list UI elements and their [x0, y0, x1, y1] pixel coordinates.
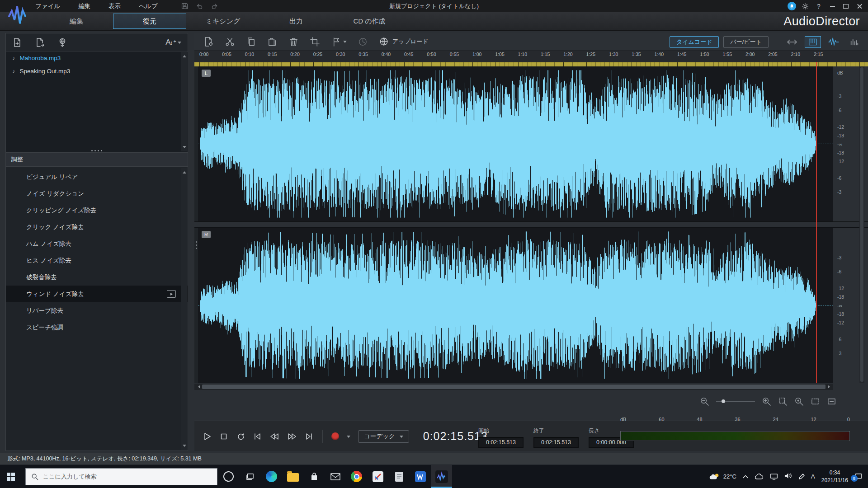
undo-button[interactable]	[196, 2, 203, 10]
adjust-tool-item[interactable]: 破裂音除去	[6, 269, 188, 286]
fit-all-button[interactable]	[827, 397, 836, 406]
scroll-up-icon[interactable]	[183, 169, 186, 174]
fit-selection-button[interactable]	[811, 397, 820, 406]
scroll-right-icon[interactable]	[826, 385, 833, 389]
scrollbar-thumb[interactable]	[202, 385, 826, 389]
scroll-left-icon[interactable]	[194, 385, 202, 389]
explorer-app-button[interactable]	[282, 465, 303, 488]
vertical-scrollbar[interactable]	[859, 66, 864, 383]
clock-widget[interactable]: 0:34 2021/11/16	[821, 469, 848, 483]
copy-button[interactable]	[246, 37, 256, 47]
taskview-button[interactable]	[239, 465, 261, 488]
library-scrollbar[interactable]	[181, 52, 187, 151]
save-button[interactable]	[181, 2, 189, 10]
adjust-tool-item[interactable]: ウィンド ノイズ除去	[6, 286, 188, 302]
time-field[interactable]: 0:02:15.513	[478, 437, 524, 448]
zoom-reset-button[interactable]	[794, 397, 804, 406]
zoom-out-button[interactable]	[700, 397, 709, 406]
loop-button[interactable]	[236, 432, 245, 441]
import-media-button[interactable]	[12, 38, 22, 47]
spectral-view-button[interactable]	[846, 36, 863, 48]
marker-button[interactable]	[331, 37, 347, 47]
zoom-selection-button[interactable]	[778, 397, 788, 406]
weather-widget[interactable]: 22°C	[709, 473, 736, 481]
paste-button[interactable]	[267, 37, 278, 47]
maximize-button[interactable]	[839, 0, 853, 12]
menu-item[interactable]: ファイル	[35, 2, 60, 10]
notification-center-button[interactable]: 8	[854, 473, 863, 480]
mode-tab[interactable]: 編集	[40, 12, 113, 30]
codec-button[interactable]: コーデック	[358, 430, 409, 443]
edge-app-button[interactable]	[261, 465, 282, 488]
ruler-tick-band[interactable]	[194, 62, 868, 66]
notification-bell-icon[interactable]	[785, 0, 798, 12]
history-button[interactable]	[358, 37, 368, 47]
waveform-view-button[interactable]	[826, 36, 842, 48]
adjust-tool-item[interactable]: ハム ノイズ除去	[6, 235, 188, 252]
adjust-tool-item[interactable]: リバーブ除去	[6, 302, 188, 319]
timeline-ruler[interactable]: 0:000:050:100:150:200:250:300:350:400:45…	[194, 51, 868, 66]
record-button[interactable]	[331, 432, 339, 440]
menu-item[interactable]: 編集	[78, 2, 90, 10]
record-dropdown-icon[interactable]	[347, 436, 350, 440]
word-app-button[interactable]	[410, 465, 431, 488]
adjust-tool-item[interactable]: スピーチ強調	[6, 319, 188, 336]
horizontal-scrollbar[interactable]	[194, 384, 833, 390]
chrome-app-button[interactable]	[346, 465, 367, 488]
mode-tab[interactable]: CD の作成	[333, 12, 406, 30]
time-field[interactable]: 0:02:15.513	[533, 437, 579, 448]
adjust-scrollbar[interactable]	[181, 168, 187, 450]
settings-gear-icon[interactable]	[798, 0, 812, 12]
trim-button[interactable]	[310, 37, 320, 47]
start-button[interactable]	[0, 465, 22, 488]
menu-item[interactable]: 表示	[108, 2, 121, 10]
tray-expand-button[interactable]	[743, 475, 748, 479]
redo-button[interactable]	[211, 2, 218, 10]
waveform-canvas-left[interactable]	[198, 66, 833, 221]
file-item[interactable]: Mahoroba.mp3	[6, 52, 188, 65]
barbeat-toggle[interactable]: バー/ビート	[723, 36, 769, 48]
mode-tab[interactable]: 出力	[259, 12, 333, 30]
delete-button[interactable]	[288, 37, 299, 47]
adjust-tool-item[interactable]: クリック ノイズ除去	[6, 219, 188, 235]
scroll-down-icon[interactable]	[183, 445, 186, 449]
rewind-button[interactable]	[269, 432, 279, 441]
chevron-down-icon[interactable]	[343, 41, 347, 45]
minimize-button[interactable]	[826, 0, 839, 12]
audiodirector-app-button[interactable]	[431, 465, 452, 488]
scroll-up-icon[interactable]	[183, 53, 186, 57]
onedrive-icon[interactable]	[755, 474, 764, 480]
timecode-toggle[interactable]: タイムコード	[670, 36, 719, 48]
mode-tab[interactable]: ミキシング	[186, 12, 259, 30]
cortana-button[interactable]	[217, 465, 239, 488]
volume-icon[interactable]	[784, 473, 792, 481]
display-icon[interactable]	[770, 473, 778, 480]
store-app-button[interactable]	[303, 465, 325, 488]
text-size-button[interactable]: A	[165, 38, 181, 47]
go-start-button[interactable]	[253, 432, 262, 441]
playhead-line[interactable]	[816, 62, 817, 383]
waveform-canvas-right[interactable]	[198, 228, 833, 383]
zoom-slider-knob[interactable]	[722, 399, 725, 403]
pen-icon[interactable]	[798, 474, 805, 480]
cut-button[interactable]	[225, 37, 235, 47]
play-button[interactable]	[203, 432, 212, 441]
stop-button[interactable]	[219, 432, 228, 441]
open-panel-icon[interactable]	[167, 290, 176, 298]
snap-grid-button[interactable]	[805, 36, 821, 48]
mail-app-button[interactable]	[325, 465, 346, 488]
export-media-button[interactable]	[35, 38, 45, 47]
channel-grip-handle[interactable]	[195, 241, 197, 251]
close-button[interactable]	[853, 0, 866, 12]
zoom-in-button[interactable]	[762, 397, 771, 406]
adjust-tool-item[interactable]: ヒス ノイズ除去	[6, 252, 188, 269]
fast-forward-button[interactable]	[287, 432, 297, 441]
paint-app-button[interactable]	[367, 465, 388, 488]
menu-item[interactable]: ヘルプ	[139, 2, 157, 10]
upload-button[interactable]: アップロード	[379, 37, 429, 47]
panel-splitter-handle[interactable]	[5, 149, 188, 152]
taskbar-search[interactable]: ここに入力して検索	[25, 468, 217, 485]
mode-tab[interactable]: 復元	[113, 14, 186, 29]
help-button[interactable]	[812, 0, 826, 12]
stretch-tool-button[interactable]	[784, 36, 800, 48]
